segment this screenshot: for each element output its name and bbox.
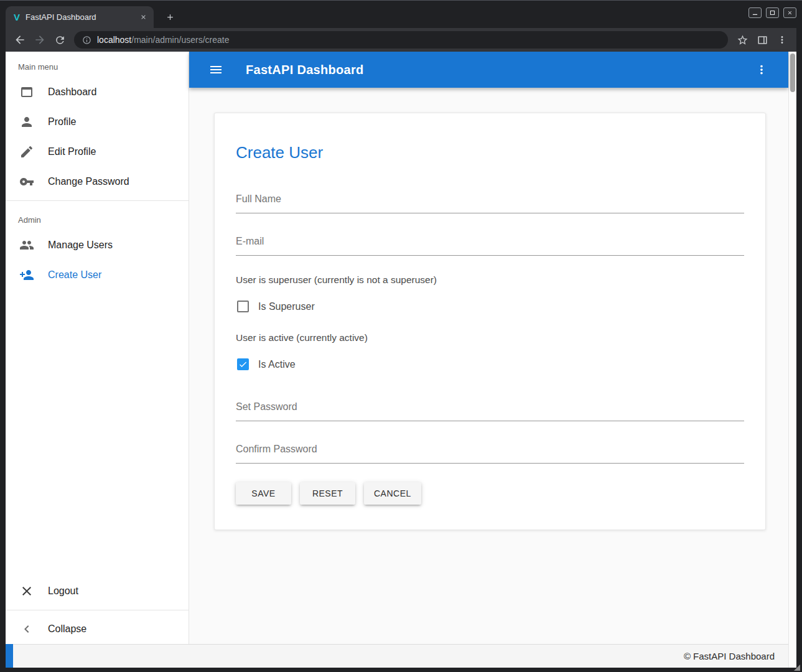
sidebar-item-label: Change Password: [48, 176, 129, 187]
url-path: /main/admin/users/create: [131, 35, 229, 45]
dashboard-icon: [19, 85, 34, 100]
sidebar-item-profile[interactable]: Profile: [6, 107, 189, 137]
page-body: Main menu Dashboard Profile: [6, 52, 788, 644]
app-title: FastAPI Dashboard: [246, 63, 364, 77]
scrollbar-thumb[interactable]: [790, 54, 795, 92]
is-superuser-checkbox[interactable]: [237, 301, 249, 312]
browser-toolbar: localhost/main/admin/users/create: [6, 28, 796, 52]
person-add-icon: [19, 268, 34, 282]
sidebar-item-label: Dashboard: [48, 86, 96, 98]
set-password-input[interactable]: [236, 398, 744, 421]
browser-titlebar: V FastAPI Dashboard: [6, 1, 796, 28]
email-input[interactable]: [236, 232, 744, 256]
save-button[interactable]: SAVE: [236, 482, 291, 505]
form-actions: SAVE RESET CANCEL: [236, 482, 744, 505]
forward-icon[interactable]: [30, 30, 49, 49]
app-bar: FastAPI Dashboard: [189, 52, 788, 88]
tab-title: FastAPI Dashboard: [26, 12, 132, 22]
email-field-wrap: [236, 232, 744, 256]
window-controls: [748, 7, 796, 18]
page-title: Create User: [236, 143, 744, 162]
is-superuser-label: Is Superuser: [258, 301, 315, 312]
active-note: User is active (currently active): [236, 332, 744, 343]
close-window-button[interactable]: [783, 7, 796, 18]
sidebar-item-label: Edit Profile: [48, 146, 96, 157]
sidebar-item-create-user[interactable]: Create User: [6, 260, 189, 290]
is-superuser-checkbox-row[interactable]: Is Superuser: [236, 301, 744, 312]
sidebar-item-change-password[interactable]: Change Password: [6, 167, 189, 197]
person-icon: [19, 114, 34, 129]
sidebar-item-label: Profile: [48, 116, 76, 128]
app-footer: © FastAPI Dashboard: [6, 644, 788, 668]
browser-tab[interactable]: V FastAPI Dashboard: [6, 6, 154, 28]
cancel-button[interactable]: CANCEL: [364, 482, 421, 505]
url-text[interactable]: localhost/main/admin/users/create: [97, 35, 229, 45]
main-area: FastAPI Dashboard Create User: [189, 52, 788, 644]
sidebar-item-edit-profile[interactable]: Edit Profile: [6, 137, 189, 167]
people-icon: [19, 238, 34, 253]
create-user-card: Create User User is superuser (currently…: [214, 113, 766, 530]
browser-menu-icon[interactable]: [773, 30, 791, 49]
is-active-checkbox-row[interactable]: Is Active: [236, 358, 744, 370]
site-info-icon[interactable]: [82, 35, 91, 45]
sidebar-item-label: Create User: [48, 269, 101, 281]
address-bar[interactable]: localhost/main/admin/users/create: [74, 31, 728, 49]
sidebar-item-label: Logout: [48, 586, 78, 597]
copyright-text: © FastAPI Dashboard: [684, 651, 775, 661]
close-icon: [19, 584, 34, 599]
sidebar-item-logout[interactable]: Logout: [6, 576, 189, 606]
page-scrollbar[interactable]: [788, 52, 796, 668]
sidebar-item-manage-users[interactable]: Manage Users: [6, 230, 189, 260]
reload-icon[interactable]: [50, 30, 69, 49]
appbar-overflow-menu-icon[interactable]: [750, 58, 773, 81]
resize-grip[interactable]: [794, 665, 800, 671]
back-icon[interactable]: [11, 30, 29, 49]
page: Main menu Dashboard Profile: [6, 52, 796, 668]
maximize-button[interactable]: [766, 7, 779, 18]
sidebar-item-dashboard[interactable]: Dashboard: [6, 77, 189, 107]
sidebar-divider: [6, 610, 189, 610]
confirm-password-field-wrap: [236, 440, 744, 464]
footer-inner: © FastAPI Dashboard: [13, 644, 788, 668]
sidebar-section-admin: Admin: [6, 205, 189, 230]
reset-button[interactable]: RESET: [300, 482, 355, 505]
hamburger-menu-icon[interactable]: [205, 58, 227, 81]
sidebar: Main menu Dashboard Profile: [6, 52, 189, 644]
is-active-checkbox[interactable]: [237, 358, 249, 370]
content-area: Create User User is superuser (currently…: [189, 88, 788, 644]
set-password-field-wrap: [236, 398, 744, 421]
vuetify-logo-icon: V: [14, 12, 20, 22]
chevron-left-icon: [19, 622, 34, 637]
sidebar-item-collapse[interactable]: Collapse: [6, 614, 189, 644]
key-icon: [19, 174, 34, 189]
full-name-field-wrap: [236, 190, 744, 213]
browser-window: V FastAPI Dashboard: [0, 0, 802, 672]
tab-close-icon[interactable]: [138, 12, 149, 23]
new-tab-button[interactable]: [161, 8, 179, 26]
pencil-icon: [19, 144, 34, 159]
minimize-button[interactable]: [748, 7, 762, 18]
bookmark-star-icon[interactable]: [733, 30, 752, 49]
sidebar-item-label: Collapse: [48, 623, 86, 635]
confirm-password-input[interactable]: [236, 440, 744, 464]
sidebar-section-main-menu: Main menu: [6, 52, 189, 77]
sidebar-spacer: [6, 290, 189, 576]
side-panel-icon[interactable]: [753, 30, 772, 49]
sidebar-divider: [6, 200, 189, 201]
sidebar-item-label: Manage Users: [48, 240, 113, 251]
superuser-note: User is superuser (currently is not a su…: [236, 274, 744, 286]
is-active-label: Is Active: [258, 359, 296, 370]
url-host: localhost: [97, 35, 131, 45]
full-name-input[interactable]: [236, 190, 744, 213]
